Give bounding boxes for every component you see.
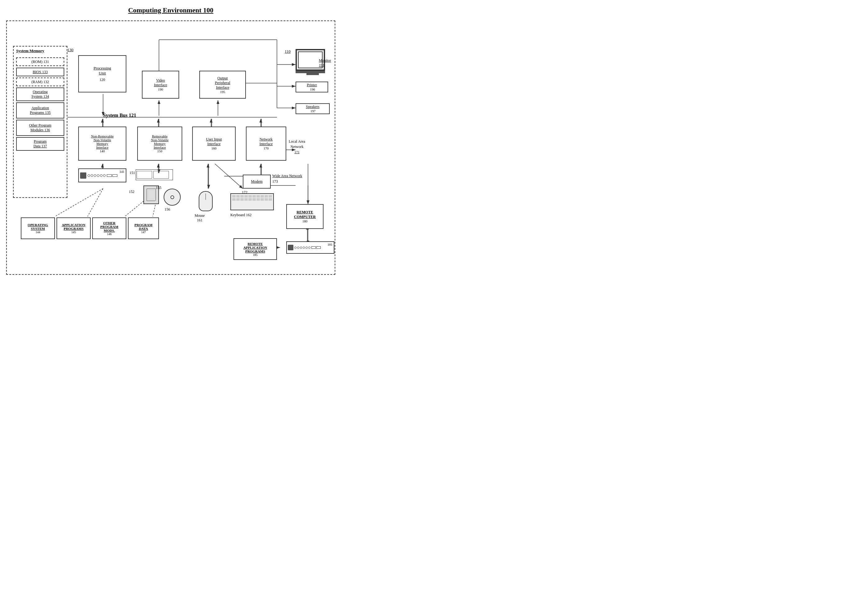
cd-disc-156 <box>164 189 181 205</box>
user-input-label: User InputInterface <box>206 137 222 146</box>
app-programs-box: ApplicationPrograms 135 <box>16 102 64 118</box>
ram-label: (RAM) 132 <box>32 80 49 84</box>
video-interface-box: VideoInterface 190 <box>142 71 179 99</box>
network-interface-box: NetworkInterface 170 <box>246 127 286 161</box>
mouse-label: Mouse161 <box>195 213 205 223</box>
label-173: 173 <box>272 179 278 184</box>
printer-box: Printer 196 <box>296 82 328 93</box>
svg-line-22 <box>215 164 243 189</box>
local-area-network-label: Local AreaNetwork 171 <box>289 139 305 154</box>
removable-label: RemovableNon-VolatileMemoryInterface <box>151 134 168 149</box>
program-data-box: ProgramData 137 <box>16 137 64 151</box>
os-box: OperatingSystem 134 <box>16 87 64 101</box>
speakers-label: Speakers <box>306 105 319 109</box>
mouse-161 <box>199 191 213 211</box>
printer-label: Printer <box>307 83 317 87</box>
removable-drive-area <box>136 169 179 182</box>
network-interface-label: NetworkInterface <box>260 137 273 146</box>
label-152: 152 <box>129 189 134 194</box>
monitor-label: Monitor 191 <box>319 58 335 67</box>
system-memory-label: System Memory <box>16 48 44 53</box>
os-storage-label: OPERATINGSYSTEM <box>28 223 48 231</box>
wide-area-network-label: Wide Area Network <box>272 174 302 178</box>
other-modules-label: Other ProgramModules 136 <box>29 123 51 132</box>
hdd-181: 181 <box>286 241 334 254</box>
ram-box: (RAM) 132 <box>16 78 64 86</box>
label-130: 130 <box>68 48 74 52</box>
remote-app-box: REMOTEAPPLICATIONPROGRAMS 185 <box>233 238 277 260</box>
processing-unit-box: ProcessingUnit 120 <box>78 55 126 93</box>
keyboard-162 <box>230 193 274 210</box>
hdd-141: 141 <box>78 168 126 182</box>
page-title: Computing Environment 100 <box>6 6 335 14</box>
bios-box: BIOS 133 <box>16 67 64 76</box>
system-bus-label: System Bus 121 <box>103 112 136 118</box>
user-input-box: User InputInterface 160 <box>192 127 236 161</box>
rom-label: (ROM) 131 <box>32 60 49 64</box>
video-interface-label: VideoInterface <box>154 78 167 87</box>
remote-app-label: REMOTEAPPLICATIONPROGRAMS <box>244 242 267 253</box>
removable-box: RemovableNon-VolatileMemoryInterface 150 <box>137 127 182 161</box>
system-memory-outer: System Memory (ROM) 131 BIOS 133 (RAM) 1… <box>13 46 68 198</box>
output-peripheral-label: OutputPeripheralInterface <box>215 76 230 90</box>
modem-label: Modem <box>251 179 262 184</box>
app-programs-label: ApplicationPrograms 135 <box>30 106 51 115</box>
progdata-storage-box: PROGRAMDATA 147 <box>128 217 159 239</box>
other-modules-box: Other ProgramModules 136 <box>16 120 64 136</box>
os-label: OperatingSystem 134 <box>32 90 49 99</box>
label-172: 172 <box>242 190 247 195</box>
app-storage-box: APPLICATIONPROGRAMS 145 <box>57 217 91 239</box>
label-155: 155 <box>156 186 161 190</box>
other-storage-label: OTHERPROGRAMMODS. <box>100 221 118 232</box>
program-data-label: ProgramData 137 <box>33 139 47 148</box>
rom-box: (ROM) 131 <box>16 57 64 66</box>
label-151: 151 <box>129 171 135 175</box>
svg-line-41 <box>87 189 103 216</box>
other-storage-box: OTHERPROGRAMMODS. 146 <box>92 217 126 239</box>
non-removable-box: Non-RemovableNon-VolatileMemoryInterface… <box>78 127 126 161</box>
label-156: 156 <box>165 207 170 212</box>
label-110: 110 <box>285 49 290 54</box>
modem-box: Modem <box>243 175 271 189</box>
speakers-box: Speakers 197 <box>296 103 330 114</box>
processing-unit-label: ProcessingUnit <box>93 66 111 76</box>
remote-computer-box: REMOTECOMPUTER 180 <box>286 204 323 229</box>
remote-computer-label: REMOTECOMPUTER <box>294 210 316 219</box>
diagram-container: System Memory (ROM) 131 BIOS 133 (RAM) 1… <box>6 21 335 275</box>
app-storage-label: APPLICATIONPROGRAMS <box>62 223 86 231</box>
non-removable-label: Non-RemovableNon-VolatileMemoryInterface <box>91 134 114 149</box>
keyboard-label: Keyboard 162 <box>230 213 251 217</box>
os-storage-box: OPERATINGSYSTEM 144 <box>21 217 55 239</box>
output-peripheral-box: OutputPeripheralInterface 195 <box>199 71 246 99</box>
processing-unit-num: 120 <box>100 78 105 82</box>
progdata-storage-label: PROGRAMDATA <box>134 223 152 231</box>
bios-label: BIOS 133 <box>33 70 48 75</box>
